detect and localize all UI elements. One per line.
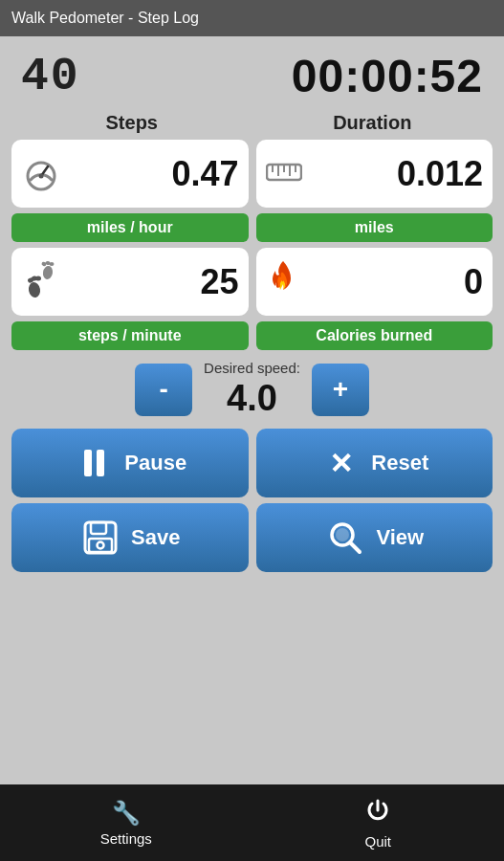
- ruler-icon: [266, 159, 302, 189]
- svg-point-9: [28, 281, 42, 298]
- duration-label: Duration: [252, 112, 493, 134]
- power-icon: [364, 797, 391, 829]
- save-label: Save: [131, 525, 180, 550]
- nav-settings[interactable]: 🔧 Settings: [0, 784, 252, 861]
- pause-reset-row: Pause ✕ Reset: [11, 429, 493, 497]
- pause-bars: [84, 450, 104, 476]
- step-counter: 40: [21, 51, 80, 102]
- pause-bar-right: [97, 450, 104, 476]
- settings-icon: 🔧: [112, 800, 141, 827]
- speed-distance-badges: miles / hour miles: [11, 213, 493, 242]
- steps-rate-value: 25: [69, 262, 239, 302]
- speed-card: 0.47: [11, 140, 249, 208]
- speed-value: 0.47: [69, 154, 239, 194]
- x-icon: ✕: [329, 447, 353, 480]
- svg-point-20: [98, 542, 104, 549]
- speed-distance-row: 0.47 0.012: [11, 140, 493, 208]
- reset-icon: ✕: [319, 442, 362, 484]
- svg-line-23: [350, 542, 360, 552]
- reset-button[interactable]: ✕ Reset: [256, 429, 493, 497]
- svg-point-2: [39, 174, 44, 179]
- pause-icon: [73, 442, 115, 484]
- svg-rect-19: [89, 539, 112, 552]
- flame-icon: [266, 259, 300, 304]
- speed-display: 4.0: [227, 378, 277, 419]
- steps-label: Steps: [11, 112, 252, 134]
- svg-rect-18: [91, 522, 106, 534]
- pause-bar-left: [84, 450, 92, 476]
- distance-badge: miles: [256, 213, 493, 242]
- decrease-speed-button[interactable]: -: [135, 364, 192, 416]
- calories-value: 0: [308, 262, 484, 302]
- reset-label: Reset: [371, 451, 428, 475]
- view-button[interactable]: View: [256, 503, 493, 572]
- magnifier-icon: [324, 517, 366, 559]
- distance-value: 0.012: [310, 154, 484, 194]
- bottom-nav: 🔧 Settings Quit: [0, 784, 504, 861]
- title-bar: Walk Pedometer - Step Log: [0, 0, 504, 36]
- speed-control: - Desired speed: 4.0 +: [11, 356, 493, 423]
- desired-speed-label: Desired speed:: [204, 360, 300, 376]
- app-title: Walk Pedometer - Step Log: [11, 10, 199, 27]
- speedometer-icon: [21, 151, 61, 196]
- speed-text-group: Desired speed: 4.0: [204, 360, 300, 419]
- calories-card: 0: [256, 248, 493, 316]
- labels-row: Steps Duration: [11, 112, 493, 134]
- pause-button[interactable]: Pause: [11, 429, 249, 497]
- save-button[interactable]: Save: [11, 503, 249, 572]
- speed-badge: miles / hour: [11, 213, 249, 242]
- settings-label: Settings: [100, 830, 152, 847]
- svg-point-16: [50, 262, 55, 266]
- nav-quit[interactable]: Quit: [252, 784, 505, 861]
- steps-rate-badge: steps / minute: [11, 321, 249, 350]
- calories-badge: Calories burned: [256, 321, 493, 350]
- distance-card: 0.012: [256, 140, 493, 208]
- top-counters-row: 40 00:00:52: [11, 46, 493, 106]
- svg-point-22: [336, 528, 349, 541]
- steps-calories-badges: steps / minute Calories burned: [11, 321, 493, 350]
- footprint-icon: [21, 259, 61, 304]
- svg-point-12: [35, 276, 41, 281]
- duration-counter: 00:00:52: [292, 50, 483, 102]
- view-label: View: [376, 525, 424, 550]
- save-icon: [79, 517, 121, 559]
- steps-rate-card: 25: [11, 248, 249, 316]
- main-content: 40 00:00:52 Steps Duration 0.47: [0, 36, 504, 784]
- pause-label: Pause: [124, 451, 186, 475]
- save-view-row: Save View: [11, 503, 493, 572]
- quit-label: Quit: [364, 833, 391, 850]
- steps-calories-row: 25 0: [11, 248, 493, 316]
- svg-point-13: [42, 265, 54, 280]
- increase-speed-button[interactable]: +: [312, 364, 369, 416]
